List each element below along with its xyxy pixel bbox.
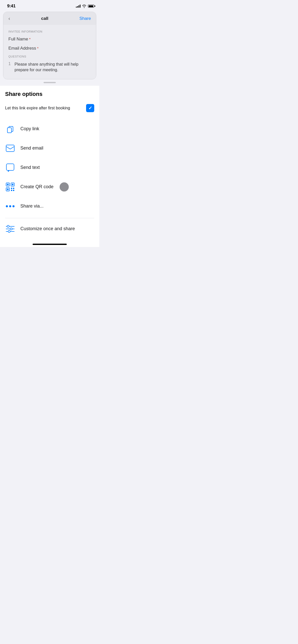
create-qr-item[interactable]: Create QR code [5,177,94,197]
send-email-icon [5,143,15,153]
home-indicator [0,240,99,247]
expire-checkbox[interactable]: ✓ [86,104,94,112]
question-1-number: 1 [8,62,11,73]
share-via-icon [5,201,15,211]
svg-point-16 [12,205,15,207]
email-field: Email Address * [8,46,91,51]
send-text-label: Send text [20,165,40,170]
svg-rect-3 [6,164,14,170]
customize-label: Customize once and share [20,226,75,231]
question-1-text: Please share anything that will help pre… [15,62,91,73]
svg-point-14 [6,205,8,207]
share-options-title: Share options [5,86,94,101]
preview-card: ‹ call Share INVITEE INFORMATION Full Na… [3,12,96,79]
svg-point-21 [10,228,12,230]
expire-text: Let this link expire after first booking [5,105,86,111]
floating-dot [60,182,69,192]
signal-icon [76,5,80,8]
status-time: 9:41 [7,4,16,9]
drag-bar [44,82,56,83]
full-name-label: Full Name [8,37,28,42]
status-icons [76,5,94,8]
svg-rect-9 [7,188,9,190]
preview-nav: ‹ call Share [3,12,96,25]
expire-row[interactable]: Let this link expire after first booking… [5,101,94,117]
wifi-icon [82,5,86,8]
invitee-section-label: INVITEE INFORMATION [8,30,91,33]
svg-rect-13 [13,190,14,191]
email-label: Email Address [8,46,36,51]
svg-rect-1 [7,128,11,133]
svg-rect-2 [6,145,14,152]
create-qr-label: Create QR code [20,184,53,189]
checkmark-icon: ✓ [88,106,92,110]
full-name-field: Full Name * [8,37,91,42]
svg-rect-10 [11,188,12,189]
svg-rect-5 [7,184,9,185]
copy-link-label: Copy link [20,126,39,131]
svg-rect-11 [13,188,14,189]
share-via-label: Share via... [20,203,44,209]
send-email-item[interactable]: Send email [5,139,94,158]
send-email-label: Send email [20,145,43,151]
svg-point-22 [8,230,10,232]
nav-title: call [41,16,48,21]
question-1-row: 1 Please share anything that will help p… [8,62,91,73]
back-button[interactable]: ‹ [8,16,10,21]
svg-rect-7 [12,184,13,185]
copy-link-icon [5,124,15,134]
send-text-item[interactable]: Send text [5,158,94,177]
main-content: Share options Let this link expire after… [0,86,99,240]
customize-icon [5,224,15,234]
action-list: Copy link Send email Send text [5,117,94,218]
home-bar [33,244,67,245]
share-nav-button[interactable]: Share [79,16,91,21]
battery-icon [88,5,94,8]
share-via-item[interactable]: Share via... [5,197,94,216]
customize-item[interactable]: Customize once and share [5,218,94,240]
full-name-required: * [29,37,30,41]
status-bar: 9:41 [0,0,99,11]
drag-handle [0,79,99,85]
questions-section-label: QUESTIONS [8,55,91,58]
create-qr-icon [5,182,15,192]
svg-rect-12 [11,190,12,191]
email-required: * [37,46,38,50]
copy-link-item[interactable]: Copy link [5,119,94,139]
send-text-icon [5,163,15,173]
preview-content: INVITEE INFORMATION Full Name * Email Ad… [3,25,96,79]
svg-point-20 [7,225,9,227]
svg-point-15 [9,205,11,207]
questions-section: QUESTIONS 1 Please share anything that w… [8,55,91,73]
